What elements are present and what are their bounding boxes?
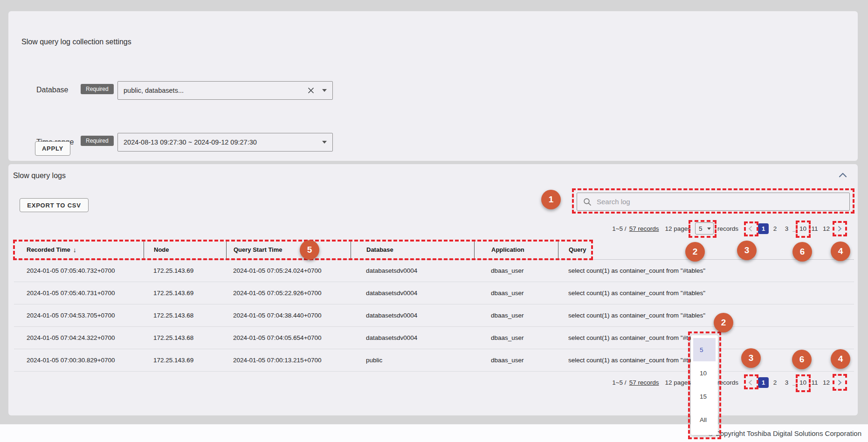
annotation-marker-6: 6 (792, 242, 812, 262)
page-number[interactable]: 12 (820, 377, 832, 388)
table-cell: 172.25.143.69 (144, 357, 226, 364)
table-cell: dbaas_user (474, 290, 558, 297)
records-count-link[interactable]: 57 records (629, 225, 659, 232)
page-size-option-10[interactable]: 10 (691, 361, 718, 385)
copyright-text: © Copyright Toshiba Digital Solutions Co… (708, 429, 861, 437)
table-cell: databasetsdv0004 (351, 334, 474, 341)
page-number[interactable]: 2 (769, 223, 781, 234)
time-range-select[interactable]: 2024-08-13 09:27:30 ~ 2024-09-12 09:27:3… (117, 133, 333, 152)
chevron-down-icon[interactable] (322, 89, 327, 92)
page-number[interactable]: 2 (769, 377, 781, 388)
page-number[interactable]: 12 (820, 223, 832, 234)
table-cell: 2024-01-05 07:04:05.654+0700 (226, 334, 351, 341)
page-nav: 123...101112 (744, 377, 845, 388)
annotation-marker-4: 4 (831, 349, 850, 369)
table-cell: 172.25.143.69 (144, 290, 226, 297)
page-ellipsis: ... (792, 227, 797, 234)
search-icon (583, 198, 592, 206)
page-size-option-all[interactable]: All (691, 408, 718, 431)
prev-page-button[interactable] (744, 377, 756, 388)
chevron-down-icon (707, 228, 711, 230)
table-cell: 172.25.143.69 (144, 267, 226, 274)
next-page-button[interactable] (834, 223, 845, 234)
search-input[interactable] (597, 198, 843, 206)
page-number-current[interactable]: 1 (758, 223, 769, 234)
prev-page-button[interactable] (744, 223, 756, 234)
page: Slow query log collection settings Datab… (0, 0, 868, 442)
table-cell: 2024-01-05 07:00:13.215+0700 (226, 357, 351, 364)
table-cell: 2024-01-05 07:05:40.732+0700 (14, 267, 144, 274)
table-row[interactable]: 2024-01-05 07:05:40.732+0700172.25.143.6… (14, 260, 854, 282)
export-to-csv-button[interactable]: EXPORT TO CSV (20, 198, 89, 212)
page-number-chip: 1 (758, 223, 769, 234)
pagination-range-label: 1~5 / (612, 379, 626, 386)
page-size-option-5[interactable]: 5 (693, 338, 716, 361)
page-number[interactable]: 11 (809, 377, 820, 388)
page-size-option-15[interactable]: 15 (691, 385, 718, 408)
settings-title: Slow query log collection settings (21, 38, 131, 46)
page-size-select[interactable]: 5 (695, 222, 714, 235)
slow-query-table: Recorded Time↓NodeQuery Start TimeDataba… (14, 240, 854, 372)
table-cell: 2024-01-05 07:04:24.322+0700 (14, 334, 144, 341)
annotation-marker-6: 6 (792, 350, 812, 369)
pagination-range-label: 1~5 / (612, 225, 626, 232)
page-number[interactable]: 10 (797, 223, 809, 234)
database-required-badge: Required (81, 84, 114, 94)
collapse-section-icon[interactable] (838, 172, 847, 180)
pages-count-label: 12 pages (665, 225, 691, 232)
table-cell: 2024-01-05 07:04:53.705+0700 (14, 312, 144, 319)
settings-card: Slow query log collection settings Datab… (8, 11, 858, 161)
page-nav: 123...101112 (744, 223, 845, 234)
page-number-chip: 1 (758, 377, 769, 388)
table-header-row: Recorded Time↓NodeQuery Start TimeDataba… (14, 240, 854, 260)
column-header-recorded-time[interactable]: Recorded Time↓ (14, 240, 144, 259)
page-number[interactable]: 11 (809, 223, 820, 234)
page-number[interactable]: 10 (797, 377, 809, 388)
database-label: Database (36, 86, 69, 94)
table-cell: databasetsdv0004 (351, 267, 474, 274)
time-range-select-value: 2024-08-13 09:27:30 ~ 2024-09-12 09:27:3… (124, 138, 322, 146)
records-per-page-label: records (717, 379, 738, 386)
column-header-query-start-time[interactable]: Query Start Time (226, 240, 351, 259)
table-cell: select count(1) as container_count from … (558, 312, 854, 319)
database-select[interactable]: public, databasets... (117, 81, 333, 100)
annotation-marker-5: 5 (300, 240, 319, 260)
table-cell: select count(1) as container_count from … (558, 267, 854, 274)
column-header-node[interactable]: Node (144, 240, 226, 259)
table-cell: 2024-01-05 07:05:24.024+0700 (226, 267, 351, 274)
logs-title: Slow query logs (13, 172, 66, 180)
page-number[interactable]: 3 (781, 377, 792, 388)
page-size-menu: 51015All (691, 335, 718, 435)
pages-count-label: 12 pages (665, 379, 691, 386)
footer: © Copyright Toshiba Digital Solutions Co… (0, 424, 868, 442)
apply-button[interactable]: APPLY (35, 141, 70, 156)
table-cell: databasetsdv0004 (351, 290, 474, 297)
table-cell: dbaas_user (474, 334, 558, 341)
column-header-database[interactable]: Database (351, 240, 474, 259)
clear-icon[interactable] (307, 87, 315, 94)
table-cell: select count(1) as container_count from … (558, 290, 854, 297)
annotation-marker-3: 3 (737, 241, 757, 260)
table-row[interactable]: 2024-01-05 07:05:40.731+0700172.25.143.6… (14, 282, 854, 304)
annotation-marker-3: 3 (741, 348, 761, 368)
table-cell: dbaas_user (474, 267, 558, 274)
records-count-link[interactable]: 57 records (629, 379, 659, 386)
table-cell: 2024-01-05 07:05:22.926+0700 (226, 290, 351, 297)
page-number[interactable]: 3 (781, 223, 792, 234)
table-cell: dbaas_user (474, 357, 558, 364)
table-cell: public (351, 357, 474, 364)
column-header-application[interactable]: Application (474, 240, 558, 259)
table-row[interactable]: 2024-01-05 07:00:30.829+0700172.25.143.6… (14, 349, 854, 372)
next-page-button[interactable] (834, 377, 845, 388)
table-cell: 2024-01-05 07:05:40.731+0700 (14, 290, 144, 297)
annotation-marker-2: 2 (685, 242, 705, 262)
page-number-current[interactable]: 1 (758, 377, 769, 388)
records-per-page-label: records (717, 225, 738, 232)
sort-desc-icon: ↓ (73, 246, 76, 254)
table-cell: 2024-01-05 07:04:38.440+0700 (226, 312, 351, 319)
chevron-down-icon[interactable] (322, 141, 327, 144)
table-cell: 172.25.143.68 (144, 312, 226, 319)
search-box (577, 193, 850, 211)
page-size-value: 5 (699, 225, 707, 232)
pagination-bottom: 1~5 /57 records12 pages5records123...101… (612, 373, 845, 392)
